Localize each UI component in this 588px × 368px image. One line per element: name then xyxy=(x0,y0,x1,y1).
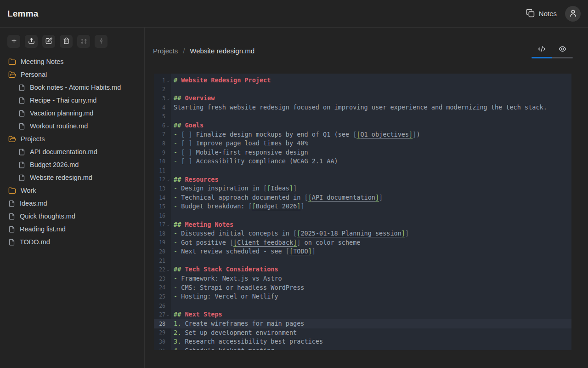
line-number[interactable]: 6 xyxy=(154,121,171,130)
line-number[interactable]: 27 xyxy=(154,310,171,319)
code-line[interactable]: - [ ] Finalize design mockups by end of … xyxy=(171,130,571,139)
nav-notes-button[interactable]: Notes xyxy=(526,9,557,19)
line-number[interactable]: 13 xyxy=(154,184,171,193)
tree-item-projects[interactable]: Projects xyxy=(0,132,144,145)
line-number[interactable]: 11 xyxy=(154,166,171,175)
code-line[interactable]: ## Tech Stack Considerations xyxy=(171,265,571,274)
tree-item-personal[interactable]: Personal xyxy=(0,68,144,81)
line-number[interactable]: 14 xyxy=(154,193,171,202)
tree-item-quick-thoughts-md[interactable]: Quick thoughts.md xyxy=(0,210,144,223)
line-number[interactable]: 16 xyxy=(154,211,171,220)
delete-button[interactable] xyxy=(60,35,73,48)
tree-item-workout-routine-md[interactable]: Workout routine.md xyxy=(0,120,144,132)
code-line[interactable]: ## Next Steps xyxy=(171,310,571,319)
folder-icon xyxy=(8,58,16,66)
code-line[interactable]: - Framework: Next.js vs Astro xyxy=(171,274,571,283)
fold-chevron-down-icon[interactable] xyxy=(165,125,171,128)
code-line[interactable]: 3. Research accessibility best practices xyxy=(171,337,571,346)
tree-item-label: Quick thoughts.md xyxy=(20,213,75,220)
editor-code[interactable]: # Website Redesign Project## OverviewSta… xyxy=(171,74,571,350)
tree-item-website-redesign-md[interactable]: Website redesign.md xyxy=(0,171,144,184)
line-number[interactable]: 7 xyxy=(154,130,171,139)
edit-button[interactable] xyxy=(42,35,55,48)
fold-chevron-down-icon[interactable] xyxy=(165,269,171,272)
code-line[interactable]: 1. Create wireframes for main pages xyxy=(171,319,571,328)
line-number[interactable]: 19 xyxy=(154,238,171,247)
code-line[interactable]: 4. Schedule kickoff meeting xyxy=(171,346,571,350)
line-number[interactable]: 8 xyxy=(154,139,171,148)
code-line[interactable]: ## Overview xyxy=(171,94,571,103)
tree-item-book-notes-atomic-habits-md[interactable]: Book notes - Atomic Habits.md xyxy=(0,81,144,94)
line-number[interactable]: 20 xyxy=(154,247,171,256)
line-number[interactable]: 26 xyxy=(154,301,171,310)
code-line[interactable]: - CMS: Strapi or headless WordPress xyxy=(171,283,571,293)
line-number[interactable]: 29 xyxy=(154,328,171,338)
line-number[interactable]: 1 xyxy=(154,76,171,85)
code-line[interactable] xyxy=(171,85,571,94)
code-line[interactable]: - [ ] Mobile-first responsive design xyxy=(171,148,571,157)
code-line[interactable]: - Technical approach documented in [[API… xyxy=(171,193,571,202)
breadcrumb-parent[interactable]: Projects xyxy=(153,47,178,55)
line-number[interactable]: 28 xyxy=(154,319,171,328)
code-line[interactable]: - Got positive [[Client feedback]] on co… xyxy=(171,238,571,247)
code-line[interactable]: ## Resources xyxy=(171,175,571,184)
line-number[interactable]: 18 xyxy=(154,229,171,238)
line-number[interactable]: 30 xyxy=(154,337,171,346)
code-line[interactable] xyxy=(171,256,571,265)
line-number[interactable]: 22 xyxy=(154,265,171,274)
tree-item-vacation-planning-md[interactable]: Vacation planning.md xyxy=(0,107,144,120)
tab-code-view[interactable] xyxy=(531,43,552,57)
upload-button[interactable] xyxy=(25,35,38,48)
code-line[interactable]: - Design inspiration in [[Ideas]] xyxy=(171,184,571,193)
line-number[interactable]: 12 xyxy=(154,175,171,184)
code-line[interactable]: ## Meeting Notes xyxy=(171,220,571,230)
code-line[interactable]: - Hosting: Vercel or Netlify xyxy=(171,292,571,301)
code-line[interactable]: - Budget breakdown: [[Budget 2026]] xyxy=(171,202,571,211)
tree-item-reading-list-md[interactable]: Reading list.md xyxy=(0,223,144,236)
code-line[interactable] xyxy=(171,301,571,310)
tree-item-budget-2026-md[interactable]: Budget 2026.md xyxy=(0,158,144,171)
code-line[interactable]: - [ ] Improve page load times by 40% xyxy=(171,139,571,148)
avatar[interactable] xyxy=(565,6,581,22)
tree-item-recipe-thai-curry-md[interactable]: Recipe - Thai curry.md xyxy=(0,94,144,107)
line-number[interactable]: 5 xyxy=(154,112,171,121)
code-line[interactable]: - [ ] Accessibility compliance (WCAG 2.1… xyxy=(171,157,571,166)
code-line[interactable]: 2. Set up development environment xyxy=(171,328,571,338)
line-number[interactable]: 2 xyxy=(154,85,171,94)
markdown-editor[interactable]: 1234567891011121314151617181920212223242… xyxy=(154,74,571,350)
line-number[interactable]: 15 xyxy=(154,202,171,211)
tree-item-work[interactable]: Work xyxy=(0,184,144,197)
line-number[interactable]: 17 xyxy=(154,220,171,230)
fold-chevron-down-icon[interactable] xyxy=(165,98,171,101)
tree-item-api-documentation-md[interactable]: API documentation.md xyxy=(0,145,144,158)
line-number[interactable]: 3 xyxy=(154,94,171,103)
line-number[interactable]: 21 xyxy=(154,256,171,265)
fold-chevron-down-icon[interactable] xyxy=(165,178,171,182)
fold-chevron-down-icon[interactable] xyxy=(165,314,171,317)
tab-code-view-indicator xyxy=(531,57,552,58)
code-line[interactable] xyxy=(171,211,571,220)
fold-chevron-down-icon[interactable] xyxy=(165,224,171,227)
tab-preview[interactable] xyxy=(552,43,573,57)
line-number[interactable]: 24 xyxy=(154,283,171,293)
code-line[interactable] xyxy=(171,112,571,121)
code-line[interactable]: Starting fresh website redesign focused … xyxy=(171,103,571,112)
line-number[interactable]: 10 xyxy=(154,157,171,166)
code-line[interactable]: - Discussed initial concepts in [[2025-0… xyxy=(171,229,571,238)
line-number[interactable]: 25 xyxy=(154,292,171,301)
tree-item-meeting-notes[interactable]: Meeting Notes xyxy=(0,55,144,68)
line-number[interactable]: 31 xyxy=(154,346,171,350)
code-line[interactable]: # Website Redesign Project xyxy=(171,76,571,85)
code-line[interactable]: ## Goals xyxy=(171,121,571,130)
tree-item-todo-md[interactable]: TODO.md xyxy=(0,236,144,248)
file-icon xyxy=(18,110,25,117)
fold-chevron-down-icon[interactable] xyxy=(165,80,171,83)
tree-item-ideas-md[interactable]: Ideas.md xyxy=(0,197,144,210)
code-line[interactable]: - Next review scheduled - see [[TODO]] xyxy=(171,247,571,256)
line-number[interactable]: 4 xyxy=(154,103,171,112)
line-number[interactable]: 9 xyxy=(154,148,171,157)
view-tab-indicator xyxy=(531,57,573,58)
code-line[interactable] xyxy=(171,166,571,175)
new-note-button[interactable] xyxy=(7,35,20,48)
line-number[interactable]: 23 xyxy=(154,274,171,283)
